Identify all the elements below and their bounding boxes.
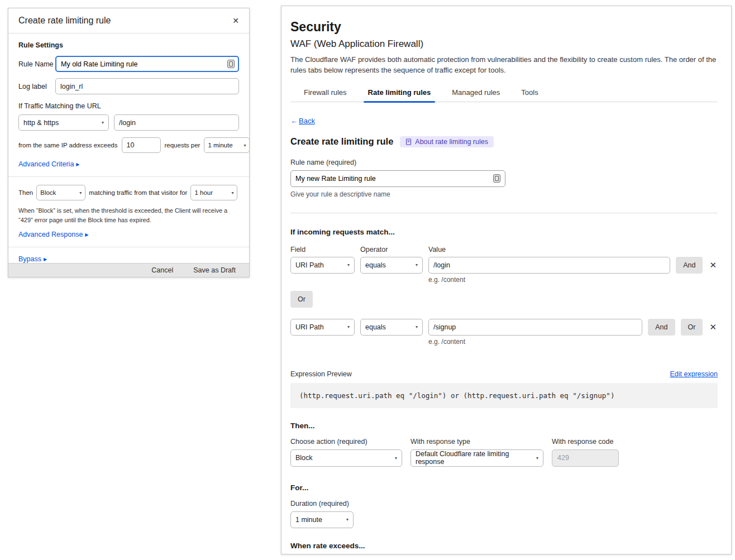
- cancel-button[interactable]: Cancel: [151, 266, 173, 274]
- tab-rate-limiting-rules[interactable]: Rate limiting rules: [367, 85, 432, 102]
- field-select-value: URI Path: [295, 261, 324, 269]
- advanced-criteria-link[interactable]: Advanced Criteria ▶: [18, 160, 80, 168]
- value-column: e.g. /content: [428, 257, 670, 284]
- response-type-column: With response type Default Cloudflare ra…: [411, 438, 543, 467]
- and-button[interactable]: And: [648, 319, 675, 336]
- rule-name-field-wrap: [290, 170, 505, 187]
- modal-header: Create rate limiting rule ✕: [8, 8, 249, 33]
- modal-footer: Cancel Save as Draft: [8, 263, 249, 277]
- scheme-select[interactable]: http & https ▾: [18, 114, 109, 131]
- or-button[interactable]: Or: [290, 291, 313, 308]
- field-column-label: Field: [290, 246, 355, 253]
- and-button[interactable]: And: [676, 257, 703, 274]
- log-label-label: Log label: [18, 83, 55, 90]
- edit-expression-link[interactable]: Edit expression: [670, 370, 718, 378]
- advanced-criteria-label: Advanced Criteria: [18, 160, 74, 168]
- rate-section-heading: When rate exceeds...: [290, 542, 718, 550]
- operator-select-value: equals: [365, 261, 386, 269]
- back-link[interactable]: ← Back: [290, 117, 315, 125]
- then-row: Then Block ▾ matching traffic from that …: [18, 185, 239, 200]
- threshold-input[interactable]: [122, 137, 161, 153]
- log-label-row: Log label: [18, 78, 239, 94]
- create-rate-limiting-rule-modal: Create rate limiting rule ✕ Rule Setting…: [8, 8, 250, 277]
- chevron-down-icon: ▾: [244, 143, 246, 148]
- operator-select[interactable]: equals ▾: [360, 257, 423, 274]
- advanced-response-link[interactable]: Advanced Response ▶: [18, 231, 89, 238]
- about-rate-limiting-rules-badge[interactable]: About rate limiting rules: [400, 136, 494, 147]
- chevron-down-icon: ▾: [346, 517, 349, 522]
- threshold-prefix-text: from the same IP address exceeds: [18, 142, 118, 149]
- then-label: Then: [18, 189, 33, 196]
- divider: [8, 247, 249, 247]
- modal-title: Create rate limiting rule: [18, 16, 111, 26]
- action-select[interactable]: Block ▾: [36, 185, 85, 200]
- document-icon: [405, 138, 412, 145]
- expand-arrow-icon: ▶: [44, 257, 47, 262]
- period-select[interactable]: 1 minute ▾: [204, 137, 250, 153]
- expand-arrow-icon: ▶: [76, 162, 79, 167]
- ban-duration-select[interactable]: 1 hour ▾: [190, 185, 237, 200]
- remove-condition-icon[interactable]: ✕: [708, 322, 718, 332]
- threshold-row: from the same IP address exceeds request…: [18, 137, 239, 153]
- period-select-value: 1 minute: [208, 142, 232, 149]
- rule-name-field-wrap: [55, 56, 239, 72]
- scheme-select-value: http & https: [23, 119, 59, 127]
- chevron-down-icon: ▾: [416, 324, 418, 329]
- rule-settings-heading: Rule Settings: [18, 41, 239, 49]
- divider: [8, 176, 249, 177]
- for-section-heading: For...: [290, 484, 718, 492]
- divider: [290, 213, 718, 213]
- value-column: e.g. /content: [428, 319, 642, 346]
- block-note-text: When “Block” is set, when the threshold …: [18, 206, 239, 224]
- tab-firewall-rules[interactable]: Firewall rules: [303, 85, 348, 102]
- condition-row-2: URI Path ▾ equals ▾ e.g. /content And Or…: [290, 319, 718, 346]
- ban-duration-value: 1 hour: [194, 189, 213, 196]
- response-type-select[interactable]: Default Cloudflare rate limiting respons…: [411, 449, 543, 467]
- save-as-draft-button[interactable]: Save as Draft: [193, 266, 236, 274]
- condition-column-labels: Field Operator Value: [290, 246, 718, 253]
- duration-select[interactable]: 1 minute ▾: [290, 511, 354, 528]
- value-input[interactable]: [428, 319, 642, 336]
- operator-column-label: Operator: [360, 246, 423, 253]
- close-icon[interactable]: ✕: [232, 17, 239, 25]
- log-label-input[interactable]: [55, 78, 239, 94]
- url-input[interactable]: [114, 114, 239, 131]
- chevron-down-icon: ▾: [395, 456, 397, 461]
- chevron-down-icon: ▾: [347, 324, 350, 329]
- value-hint: e.g. /content: [428, 338, 642, 346]
- response-code-input: 429: [552, 449, 619, 467]
- rule-name-label: Rule name (required): [290, 159, 718, 166]
- response-code-column: With response code 429: [552, 438, 619, 467]
- rule-name-helper: Give your rule a descriptive name: [290, 190, 718, 198]
- rule-name-input[interactable]: [61, 60, 227, 68]
- back-label: Back: [299, 117, 315, 125]
- duration-value: 1 minute: [295, 516, 322, 524]
- operator-select[interactable]: equals ▾: [360, 319, 423, 336]
- response-code-label: With response code: [552, 438, 619, 446]
- then-columns: Choose action (required) Block ▾ With re…: [290, 438, 718, 467]
- choose-action-select[interactable]: Block ▾: [290, 449, 402, 467]
- expand-arrow-icon: ▶: [85, 232, 88, 237]
- field-select[interactable]: URI Path ▾: [290, 257, 355, 274]
- page-description: The Cloudflare WAF provides both automat…: [290, 55, 718, 76]
- chevron-down-icon: ▾: [102, 120, 104, 125]
- rule-name-input[interactable]: [295, 175, 489, 183]
- rule-name-section: Rule name (required) Give your rule a de…: [290, 159, 718, 198]
- remove-condition-icon[interactable]: ✕: [708, 260, 718, 270]
- bypass-link[interactable]: Bypass ▶: [18, 255, 47, 263]
- tab-managed-rules[interactable]: Managed rules: [451, 85, 501, 102]
- advanced-response-label: Advanced Response: [18, 231, 83, 238]
- modal-body: Rule Settings Rule Name Log label If Tra…: [8, 33, 249, 263]
- threshold-mid-text: requests per: [165, 142, 201, 149]
- or-button[interactable]: Or: [681, 319, 703, 336]
- response-type-label: With response type: [411, 438, 543, 446]
- rule-name-label: Rule Name: [18, 60, 55, 68]
- traffic-matching-heading: If Traffic Matching the URL: [18, 102, 239, 110]
- tab-tools[interactable]: Tools: [520, 85, 539, 102]
- value-input[interactable]: [428, 257, 670, 274]
- expression-header: Expression Preview Edit expression: [290, 370, 718, 378]
- bypass-label: Bypass: [18, 255, 41, 263]
- tab-bar: Firewall rules Rate limiting rules Manag…: [290, 85, 718, 102]
- field-select[interactable]: URI Path ▾: [290, 319, 355, 336]
- chevron-down-icon: ▾: [79, 190, 82, 195]
